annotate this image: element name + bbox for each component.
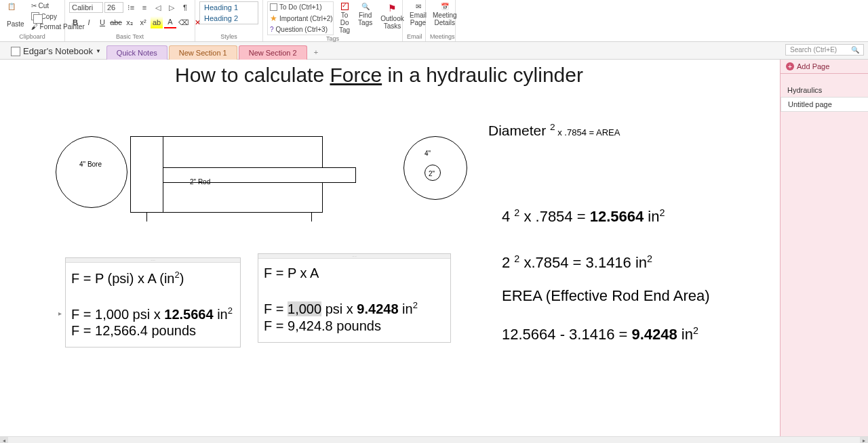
scissors-icon: ✂ [31, 2, 37, 9]
note-container-1[interactable]: ···· F = P (psi) x A (in2) F = 1,000 psi… [65, 257, 241, 347]
star-icon: ★ [270, 14, 277, 23]
find-tags-button[interactable]: 🔍Find Tags [355, 1, 375, 28]
bold-button[interactable]: B [69, 16, 81, 28]
superscript-button[interactable]: x² [137, 16, 149, 28]
todo-icon [341, 3, 349, 10]
ribbon: 📋 Paste ✂Cut Copy 🖌Format Painter Clipbo… [0, 0, 868, 42]
search-input[interactable]: Search (Ctrl+E) 🔍 [785, 44, 864, 56]
scroll-right-button[interactable]: ▸ [860, 437, 868, 443]
todo-tag-button[interactable]: To Do Tag [336, 1, 353, 35]
piston-line [163, 136, 163, 213]
rod-label: 2" Rod [190, 178, 210, 186]
styles-group-label: Styles [199, 33, 258, 41]
diameter-formula[interactable]: Diameter 2 x .7854 = AREA [488, 122, 620, 139]
highlight-button[interactable]: ab [151, 16, 163, 28]
tag-question[interactable]: ?Question (Ctrl+3) [269, 25, 332, 34]
bore-circle [56, 136, 127, 208]
container-handle-1[interactable]: ···· [66, 258, 240, 263]
indent-button[interactable]: ▷ [165, 1, 178, 14]
paragraph-button[interactable]: ¶ [179, 1, 191, 14]
tag-todo[interactable]: To Do (Ctrl+1) [269, 3, 332, 12]
add-section-button[interactable]: + [309, 45, 323, 59]
checkbox-icon [270, 3, 277, 11]
chevron-down-icon: ▼ [96, 48, 101, 54]
style-heading1[interactable]: Heading 1 [200, 2, 258, 13]
italic-button[interactable]: I [83, 16, 95, 28]
brush-icon: 🖌 [31, 23, 38, 30]
meeting-details-button[interactable]: 📅Meeting Details [430, 1, 460, 28]
subscript-button[interactable]: x₂ [123, 16, 136, 28]
copy-icon [31, 12, 39, 20]
tab-new-section-2[interactable]: New Section 2 [239, 45, 307, 60]
page-list-panel: + Add Page Hydraulics Untitled page [780, 60, 868, 436]
meetings-group-label: Meetings [430, 33, 451, 41]
tab-quick-notes[interactable]: Quick Notes [106, 45, 167, 60]
bore-label: 4" Bore [79, 161, 102, 168]
scroll-left-button[interactable]: ◂ [0, 437, 8, 443]
strike-button[interactable]: abc [110, 16, 122, 28]
container-handle-2[interactable]: ···· [258, 254, 450, 259]
box2-line2[interactable]: F = 1,000 psi x 9.4248 in2 [264, 300, 445, 317]
email-icon: ✉ [416, 3, 421, 10]
ring-inner-label: 2" [429, 170, 435, 177]
note-container-2[interactable]: ···· F = P x A F = 1,000 psi x 9.4248 in… [258, 253, 451, 343]
box1-line2[interactable]: F = 1,000 psi x 12.5664 in2 [71, 305, 235, 322]
notebook-selector[interactable]: Edgar's Notebook ▼ [5, 43, 106, 59]
erea-label[interactable]: EREA (Effective Rod End Area) [502, 287, 710, 305]
horizontal-scrollbar[interactable]: ◂ ▸ [0, 436, 868, 443]
flag-icon: ⚑ [388, 3, 397, 14]
styles-gallery[interactable]: Heading 1 Heading 2 [199, 1, 258, 24]
style-heading2[interactable]: Heading 2 [200, 13, 258, 24]
page-title[interactable]: How to calculate Force in a hydraulic cy… [175, 64, 583, 87]
leg-2 [311, 213, 312, 222]
paste-icon: 📋 [7, 3, 24, 19]
font-size-selector[interactable]: 26 [104, 2, 123, 13]
calendar-icon: 📅 [441, 3, 449, 10]
box2-line3[interactable]: F = 9,424.8 pounds [264, 318, 445, 334]
notebook-tabs-bar: Edgar's Notebook ▼ Quick Notes New Secti… [0, 42, 868, 60]
page-untitled[interactable]: Untitled page [781, 97, 868, 112]
underline-button[interactable]: U [96, 16, 108, 28]
calc-area-2[interactable]: 2 2 x.7854 = 3.1416 in2 [502, 253, 652, 272]
tab-new-section-1[interactable]: New Section 1 [169, 45, 237, 60]
box1-line3[interactable]: F = 12,566.4 pounds [71, 323, 235, 339]
clear-format-button[interactable]: ⌫ [178, 16, 190, 28]
page-hydraulics[interactable]: Hydraulics [781, 83, 868, 97]
numbering-button[interactable]: ≡ [138, 1, 151, 14]
question-icon: ? [270, 26, 274, 33]
ring-outer-label: 4" [425, 150, 431, 157]
formula-fpa[interactable]: F = P (psi) x A (in2) [71, 270, 235, 287]
basictext-group-label: Basic Text [69, 33, 191, 41]
search-icon-2: 🔍 [851, 46, 859, 54]
page-canvas[interactable]: How to calculate Force in a hydraulic cy… [0, 60, 780, 436]
bullet-indicator: ▸ [58, 310, 62, 317]
calc-area-4[interactable]: 4 2 x .7854 = 12.5664 in2 [502, 207, 665, 226]
notebook-icon [11, 47, 20, 56]
tag-important[interactable]: ★Important (Ctrl+2) [269, 13, 332, 24]
box2-line1[interactable]: F = P x A [264, 266, 445, 281]
search-icon: 🔍 [361, 3, 370, 10]
calc-erea[interactable]: 12.5664 - 3.1416 = 9.4248 in2 [502, 325, 698, 343]
email-group-label: Email [407, 33, 421, 41]
bullets-button[interactable]: ⁝≡ [125, 1, 137, 14]
paste-label: Paste [7, 20, 24, 28]
clipboard-group-label: Clipboard [4, 33, 60, 41]
font-name-selector[interactable]: Calibri [69, 2, 103, 13]
add-page-button[interactable]: + Add Page [781, 60, 868, 74]
leg-1 [146, 213, 147, 222]
outdent-button[interactable]: ◁ [152, 1, 164, 14]
font-color-button[interactable]: A [164, 16, 176, 28]
paste-button[interactable]: 📋 Paste [4, 1, 27, 29]
plus-icon: + [786, 62, 794, 70]
